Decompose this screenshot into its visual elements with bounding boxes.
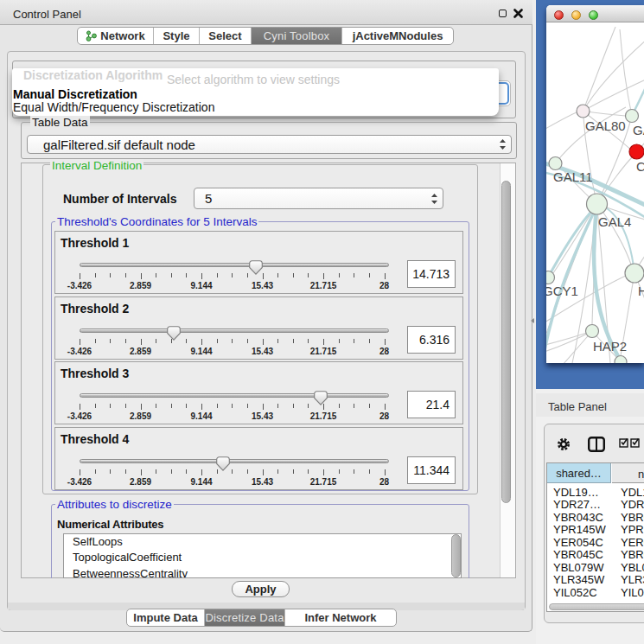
svg-text:GAL11: GAL11 [553, 169, 593, 184]
svg-text:HAP2: HAP2 [593, 339, 627, 354]
svg-text:GAL4: GAL4 [598, 214, 631, 229]
svg-text:GCY1: GCY1 [546, 284, 578, 298]
svg-text:GA: GA [633, 123, 644, 137]
svg-text:C: C [636, 159, 644, 174]
svg-text:GAL80: GAL80 [585, 118, 626, 133]
svg-text:H: H [638, 284, 644, 298]
